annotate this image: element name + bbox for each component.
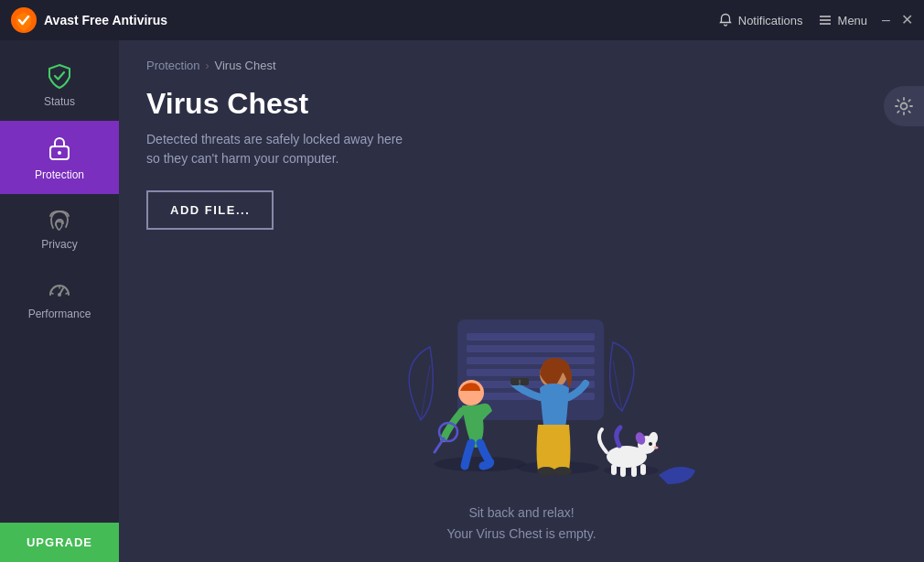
empty-message: Sit back and relax! Your Virus Chest is … bbox=[446, 503, 596, 544]
menu-button[interactable]: Menu bbox=[818, 13, 868, 27]
svg-rect-27 bbox=[510, 378, 520, 385]
lock-icon bbox=[47, 134, 72, 163]
sidebar-item-privacy[interactable]: Privacy bbox=[0, 194, 119, 264]
gear-icon bbox=[894, 96, 914, 116]
fingerprint-icon bbox=[47, 207, 72, 232]
breadcrumb-separator: › bbox=[206, 59, 210, 72]
sidebar-label-privacy: Privacy bbox=[41, 238, 77, 251]
svg-line-18 bbox=[421, 365, 430, 420]
svg-rect-28 bbox=[520, 378, 529, 385]
add-file-button[interactable]: ADD FILE... bbox=[146, 190, 274, 230]
svg-rect-40 bbox=[631, 466, 637, 477]
content-area: Protection › Virus Chest Virus Chest Det… bbox=[119, 40, 924, 562]
illustration-area: Sit back and relax! Your Virus Chest is … bbox=[119, 292, 924, 544]
sidebar-label-protection: Protection bbox=[35, 168, 84, 181]
page-title: Virus Chest bbox=[146, 87, 897, 121]
title-bar: Avast Free Antivirus Notifications Menu … bbox=[0, 0, 924, 40]
notifications-button[interactable]: Notifications bbox=[718, 13, 803, 27]
page-description: Detected threats are safely locked away … bbox=[146, 130, 512, 168]
main-layout: Status Protection Privacy bbox=[0, 40, 924, 562]
svg-point-31 bbox=[553, 467, 572, 476]
svg-rect-29 bbox=[519, 380, 521, 384]
sidebar-item-protection[interactable]: Protection bbox=[0, 121, 119, 194]
svg-line-19 bbox=[613, 361, 622, 411]
upgrade-button[interactable]: UPGRADE bbox=[0, 523, 119, 562]
minimize-button[interactable]: – bbox=[882, 13, 890, 27]
svg-line-7 bbox=[51, 293, 53, 294]
breadcrumb: Protection › Virus Chest bbox=[146, 59, 897, 72]
svg-point-36 bbox=[649, 442, 652, 446]
svg-rect-41 bbox=[640, 464, 646, 475]
svg-rect-13 bbox=[467, 345, 595, 352]
sidebar-label-status: Status bbox=[44, 95, 75, 108]
svg-rect-14 bbox=[467, 357, 595, 364]
app-logo-icon bbox=[11, 7, 37, 33]
svg-rect-12 bbox=[467, 333, 595, 340]
sidebar-item-performance[interactable]: Performance bbox=[0, 264, 119, 333]
svg-line-8 bbox=[66, 293, 68, 294]
svg-point-5 bbox=[58, 151, 61, 155]
shield-check-icon bbox=[46, 62, 73, 90]
settings-button[interactable] bbox=[884, 86, 924, 126]
sidebar-label-performance: Performance bbox=[28, 308, 91, 320]
breadcrumb-parent: Protection bbox=[146, 59, 200, 72]
svg-point-37 bbox=[654, 447, 659, 449]
empty-illustration bbox=[338, 292, 704, 493]
svg-rect-16 bbox=[467, 381, 595, 388]
bell-icon bbox=[718, 13, 733, 27]
title-bar-right: Notifications Menu – ✕ bbox=[718, 13, 913, 27]
breadcrumb-current: Virus Chest bbox=[215, 59, 276, 72]
svg-line-24 bbox=[435, 438, 444, 452]
sidebar-item-status[interactable]: Status bbox=[0, 49, 119, 121]
window-controls: – ✕ bbox=[882, 13, 913, 27]
title-bar-left: Avast Free Antivirus bbox=[11, 7, 167, 33]
svg-rect-15 bbox=[467, 369, 595, 376]
svg-point-6 bbox=[58, 293, 61, 297]
sidebar: Status Protection Privacy bbox=[0, 40, 119, 562]
close-button[interactable]: ✕ bbox=[901, 13, 913, 27]
svg-point-30 bbox=[537, 467, 555, 476]
svg-rect-39 bbox=[620, 466, 626, 477]
menu-icon bbox=[818, 13, 833, 27]
svg-point-10 bbox=[901, 103, 908, 110]
svg-rect-38 bbox=[611, 464, 617, 475]
app-title: Avast Free Antivirus bbox=[44, 13, 167, 27]
gauge-icon bbox=[47, 276, 72, 302]
